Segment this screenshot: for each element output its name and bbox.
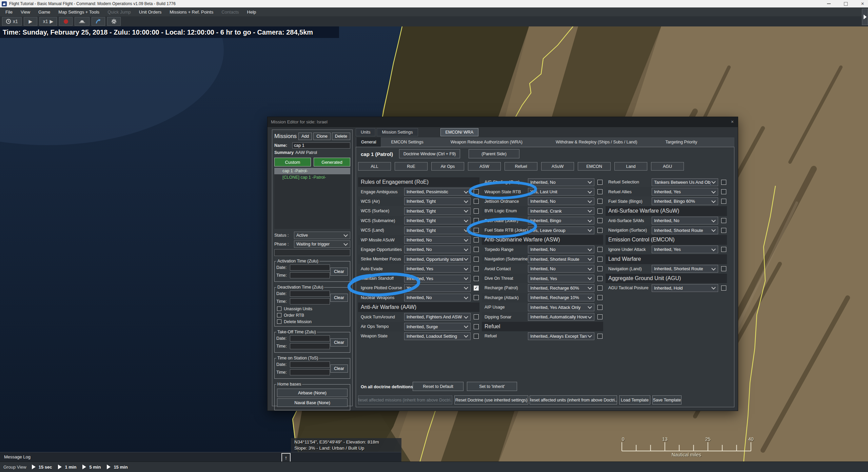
mission-list-item[interactable]: [CLONE] cap 1 -Patrol- [274,174,350,181]
minimize-icon[interactable] [825,1,832,6]
wcs-submarine-select[interactable]: Inherited, Tight [404,217,471,224]
engage-opportunities-select[interactable]: Inherited, No [404,245,471,253]
engage-ambiguous-checkbox[interactable] [474,189,479,194]
dialog-close-icon[interactable]: × [731,119,734,124]
agu-tactical-posture-checkbox[interactable] [721,286,726,291]
recharge-attack-select[interactable]: Inherited, Recharge 10% [528,294,594,301]
menu-missions-ref-points[interactable]: Missions + Ref. Points [165,9,217,15]
reset-doctrine-use-inherited-settings-button[interactable]: Reset Doctrine (use inherited settings) [454,395,528,405]
naval-base-none-button[interactable]: Naval Base (None) [277,398,348,407]
tab-mission-settings[interactable]: Mission Settings [377,128,418,136]
refuel-selection-checkbox[interactable] [721,180,726,185]
air-ops-tempo-select[interactable]: Inherited, Surge [404,323,471,331]
dipping-sonar-checkbox[interactable] [597,314,603,319]
takeoff-time-input[interactable] [290,343,330,349]
subtab-emcon-settings[interactable]: EMCON Settings [386,137,428,147]
phase-select[interactable]: Waiting for trigger [294,240,350,248]
weapon-state-rtb-checkbox[interactable] [597,189,603,194]
run-button[interactable]: ▶ [24,17,37,26]
navigation-surface-select[interactable]: Inherited, Shortest Route [652,227,718,234]
category-asuw-button[interactable]: ASuW [541,162,574,171]
fuel-state-rtb-joker-checkbox[interactable] [597,228,603,233]
fuel-state-joker-select[interactable]: Inherited, Bingo [528,217,594,224]
close-icon[interactable]: ✕ [859,1,866,6]
message-log-bar[interactable]: Message Log [0,452,401,461]
refuel-checkbox[interactable] [597,334,603,339]
category-refuel-button[interactable]: Refuel [505,162,537,171]
ignore-under-attack-checkbox[interactable] [721,247,726,252]
clone-mission-button[interactable]: Clone [313,133,331,140]
time-step-1-min[interactable]: 1 min [58,465,76,470]
activation-time-input[interactable] [290,272,330,278]
delete-mission-checkbox[interactable] [277,319,281,324]
wcs-air-checkbox[interactable] [474,199,479,204]
navigation-submarine-select[interactable]: Inherited, Shortest Route [528,255,594,263]
aip-usage-checkbox[interactable] [597,305,603,310]
category-asw-button[interactable]: ASW [468,162,501,171]
airbase-none-button[interactable]: Airbase (None) [277,389,348,397]
menu-file[interactable]: File [1,9,17,15]
a-g-strafing-gun-select[interactable]: Inherited, No [528,178,594,186]
engage-opportunities-checkbox[interactable] [474,247,479,252]
air-ops-tempo-checkbox[interactable] [474,324,479,329]
refuel-selection-select[interactable]: Tankers Between Us And Objecti [652,178,718,186]
empty-field[interactable] [274,249,350,256]
delete-mission-button[interactable]: Delete [332,133,350,140]
generated-button[interactable]: Generated [314,158,350,166]
tos-clear-button[interactable]: Clear [330,365,348,373]
subtab-withdraw-redeploy-ships-subs-land[interactable]: Withdraw & Redeploy (Ships / Subs / Land… [551,137,642,147]
wp-missile-asuw-select[interactable]: Inherited, No [404,236,471,244]
deactivation-clear-button[interactable]: Clear [330,294,348,302]
refuel-select[interactable]: Inherited, Always Except Tankers [528,332,594,340]
wcs-land-checkbox[interactable] [474,228,479,233]
fuel-state-bingo-select[interactable]: Inherited, Bingo 60% [652,197,718,205]
fuel-state-joker-checkbox[interactable] [597,218,603,223]
recharge-attack-checkbox[interactable] [597,295,603,300]
status-select[interactable]: Active [294,232,350,239]
dipping-sonar-select[interactable]: Inherited, Automatically Hover at [528,313,594,321]
refuel-allies-select[interactable]: Inherited, Yes [652,188,718,196]
group-view-label[interactable]: Group View [3,465,26,470]
weapon-state-checkbox[interactable] [474,334,479,339]
wp-missile-asuw-checkbox[interactable] [474,237,479,242]
deactivation-date-input[interactable] [290,291,330,297]
menu-view[interactable]: View [17,9,34,15]
mission-name-input[interactable] [292,142,350,149]
anti-surface-sams-select[interactable]: Inherited, No [652,217,718,224]
settings-button[interactable] [107,17,121,26]
dive-on-threat-checkbox[interactable] [597,276,603,281]
wcs-surface-select[interactable]: Inherited, Tight [404,207,471,215]
doctrine-window-button[interactable]: Doctrine Window (Ctrl + F9) [399,149,460,158]
bvr-logic-enum-select[interactable]: Inherited, Crank [528,207,594,215]
auto-evade-checkbox[interactable] [474,266,479,271]
avoid-contact-select[interactable]: Inherited, No [528,265,594,273]
category-air-ops-button[interactable]: Air Ops [431,162,464,171]
wcs-land-select[interactable]: Inherited, Tight [404,227,471,234]
torpedo-range-checkbox[interactable] [597,247,603,252]
torpedo-range-select[interactable]: Inherited, No [528,245,594,253]
ignore-under-attack-select[interactable]: Inherited, Yes [652,245,718,253]
activation-clear-button[interactable]: Clear [330,268,348,276]
time-compression-button[interactable]: x1 [2,17,22,26]
navigation-land-checkbox[interactable] [721,266,726,271]
takeoff-clear-button[interactable]: Clear [330,338,348,347]
weapon-state-rtb-select[interactable]: Yes, Last Unit [528,188,594,196]
time-step-5-min[interactable]: 5 min [82,465,101,470]
add-mission-button[interactable]: Add [298,133,312,140]
strike-member-focus-checkbox[interactable] [474,257,479,262]
category-land-button[interactable]: Land [614,162,647,171]
takeoff-date-input[interactable] [290,335,330,341]
recharge-patrol-select[interactable]: Inherited, Recharge 60% [528,284,594,292]
category-roe-button[interactable]: RoE [395,162,428,171]
category-agu-button[interactable]: AGU [651,162,684,171]
recharge-patrol-checkbox[interactable] [597,286,603,291]
expand-message-log-button[interactable]: ↑ [281,453,291,462]
reset-affected-units-inherit-from-above-doctri-button[interactable]: Reset affected units (inherit from above… [530,395,617,405]
jettison-ordnance-checkbox[interactable] [597,199,603,204]
maintain-standoff-select[interactable]: Inherited, Yes [404,275,471,282]
order-rtb-checkbox[interactable] [277,313,281,317]
nuclear-weapons-select[interactable]: Inherited, No [404,294,471,301]
activation-date-input[interactable] [290,264,330,271]
weapon-state-select[interactable]: Inherited, Loadout Setting [404,332,471,340]
set-to-inherit-button[interactable]: Set to 'Inherit' [467,382,517,391]
